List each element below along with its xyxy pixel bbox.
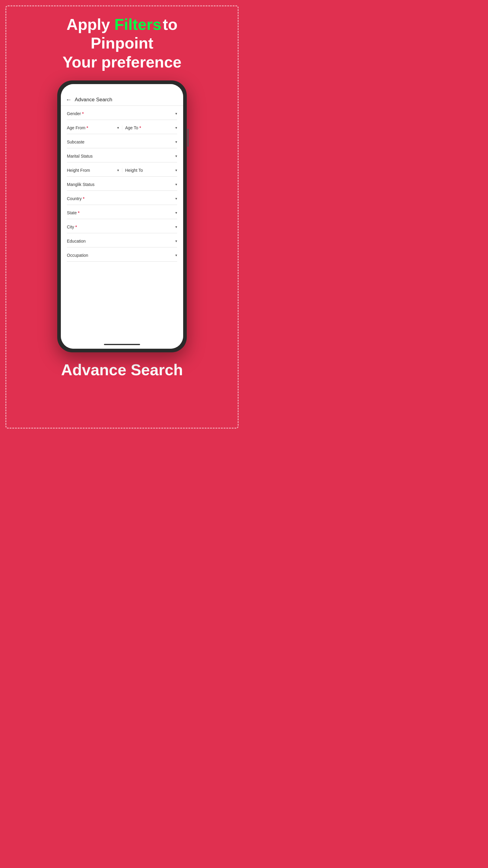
headline-line1: Apply Filters to <box>63 15 182 34</box>
height-to-field[interactable]: Height To ▾ <box>122 168 177 173</box>
country-required-star: * <box>83 196 84 201</box>
gender-field[interactable]: Gender * ▾ <box>67 106 177 120</box>
height-to-label: Height To <box>125 168 143 173</box>
age-to-required-star: * <box>139 125 141 130</box>
phone-notch <box>61 84 183 93</box>
headline-filters: Filters <box>115 16 161 33</box>
manglik-status-field[interactable]: Manglik Status ▾ <box>67 177 177 191</box>
headline-section: Apply Filters to Pinpoint Your preferenc… <box>63 15 182 71</box>
occupation-label: Occupation <box>67 253 88 258</box>
phone-mockup: ← Advance Search Gender * ▾ <box>57 81 187 352</box>
app-header-title: Advance Search <box>75 97 112 103</box>
city-dropdown-icon: ▾ <box>175 225 177 229</box>
country-label: Country * <box>67 196 84 201</box>
occupation-dropdown-icon: ▾ <box>175 253 177 257</box>
marital-status-label: Marital Status <box>67 154 93 158</box>
height-row: Height From ▾ Height To ▾ <box>67 162 177 177</box>
headline-line3: Your preference <box>63 53 182 71</box>
gender-required-star: * <box>82 111 84 116</box>
headline-to: to <box>163 16 177 33</box>
manglik-status-dropdown-icon: ▾ <box>175 182 177 187</box>
phone-side-button <box>187 129 189 147</box>
subcaste-label: Subcaste <box>67 140 84 144</box>
height-from-field[interactable]: Height From ▾ <box>67 168 119 173</box>
city-required-star: * <box>75 224 77 229</box>
manglik-status-label: Manglik Status <box>67 182 95 187</box>
marital-status-dropdown-icon: ▾ <box>175 154 177 158</box>
headline-preference: Your preference <box>63 53 182 71</box>
age-from-label: Age From * <box>67 125 88 130</box>
phone-screen-area: ← Advance Search Gender * ▾ <box>61 84 183 349</box>
home-bar-indicator <box>104 344 140 345</box>
education-label: Education <box>67 239 86 244</box>
back-button[interactable]: ← <box>66 96 72 103</box>
marital-status-field[interactable]: Marital Status ▾ <box>67 148 177 162</box>
country-field[interactable]: Country * ▾ <box>67 191 177 205</box>
state-dropdown-icon: ▾ <box>175 211 177 215</box>
education-dropdown-icon: ▾ <box>175 239 177 243</box>
form-area: Gender * ▾ Age From * ▾ <box>61 106 183 261</box>
state-label: State * <box>67 210 79 215</box>
headline-pinpoint: Pinpoint <box>91 34 153 52</box>
gender-label: Gender * <box>67 111 84 116</box>
height-to-dropdown-icon: ▾ <box>175 168 177 173</box>
occupation-field[interactable]: Occupation ▾ <box>67 247 177 261</box>
age-from-field[interactable]: Age From * ▾ <box>67 125 119 130</box>
city-field[interactable]: City * ▾ <box>67 219 177 233</box>
subcaste-field[interactable]: Subcaste ▾ <box>67 134 177 148</box>
gender-dropdown-icon: ▾ <box>175 112 177 116</box>
state-field[interactable]: State * ▾ <box>67 205 177 219</box>
height-from-label: Height From <box>67 168 90 173</box>
main-content: Apply Filters to Pinpoint Your preferenc… <box>0 0 244 379</box>
subcaste-dropdown-icon: ▾ <box>175 140 177 144</box>
age-from-required-star: * <box>87 125 88 130</box>
headline-apply: Apply <box>67 16 115 33</box>
age-row: Age From * ▾ Age To * ▾ <box>67 120 177 134</box>
state-required-star: * <box>78 210 79 215</box>
phone-home-bar <box>61 340 183 349</box>
education-field[interactable]: Education ▾ <box>67 233 177 247</box>
app-header: ← Advance Search <box>61 93 183 106</box>
age-to-field[interactable]: Age To * ▾ <box>122 125 177 130</box>
country-dropdown-icon: ▾ <box>175 196 177 201</box>
bottom-title: Advance Search <box>61 361 183 379</box>
age-to-dropdown-icon: ▾ <box>175 126 177 130</box>
app-screen: ← Advance Search Gender * ▾ <box>61 93 183 340</box>
headline-line2: Pinpoint <box>63 34 182 53</box>
city-label: City * <box>67 224 77 229</box>
age-to-label: Age To * <box>125 125 141 130</box>
height-from-dropdown-icon: ▾ <box>117 168 119 173</box>
age-from-dropdown-icon: ▾ <box>117 126 119 130</box>
